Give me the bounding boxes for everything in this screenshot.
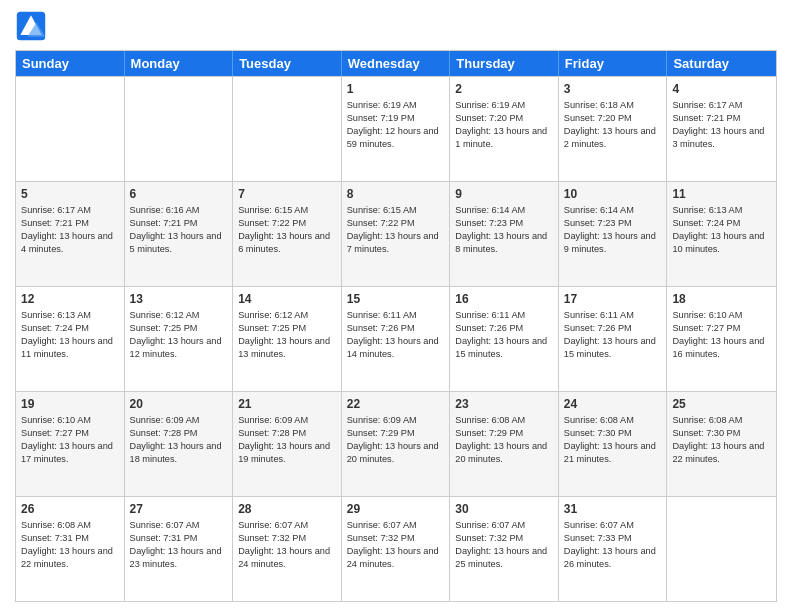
cell-info: Sunrise: 6:11 AMSunset: 7:26 PMDaylight:…	[347, 309, 445, 361]
cell-info: Sunrise: 6:15 AMSunset: 7:22 PMDaylight:…	[347, 204, 445, 256]
cal-cell-0-6: 4Sunrise: 6:17 AMSunset: 7:21 PMDaylight…	[667, 77, 776, 181]
cell-info: Sunrise: 6:14 AMSunset: 7:23 PMDaylight:…	[564, 204, 662, 256]
cal-cell-3-0: 19Sunrise: 6:10 AMSunset: 7:27 PMDayligh…	[16, 392, 125, 496]
cell-info: Sunrise: 6:16 AMSunset: 7:21 PMDaylight:…	[130, 204, 228, 256]
cell-info: Sunrise: 6:08 AMSunset: 7:31 PMDaylight:…	[21, 519, 119, 571]
day-number: 7	[238, 186, 336, 202]
logo-icon	[15, 10, 47, 42]
day-number: 25	[672, 396, 771, 412]
cell-info: Sunrise: 6:07 AMSunset: 7:33 PMDaylight:…	[564, 519, 662, 571]
day-number: 12	[21, 291, 119, 307]
cell-info: Sunrise: 6:12 AMSunset: 7:25 PMDaylight:…	[238, 309, 336, 361]
day-number: 15	[347, 291, 445, 307]
cell-info: Sunrise: 6:17 AMSunset: 7:21 PMDaylight:…	[21, 204, 119, 256]
cal-cell-0-4: 2Sunrise: 6:19 AMSunset: 7:20 PMDaylight…	[450, 77, 559, 181]
cal-cell-1-2: 7Sunrise: 6:15 AMSunset: 7:22 PMDaylight…	[233, 182, 342, 286]
cal-cell-3-1: 20Sunrise: 6:09 AMSunset: 7:28 PMDayligh…	[125, 392, 234, 496]
day-number: 22	[347, 396, 445, 412]
weekday-header-monday: Monday	[125, 51, 234, 76]
cal-cell-2-6: 18Sunrise: 6:10 AMSunset: 7:27 PMDayligh…	[667, 287, 776, 391]
cal-cell-2-4: 16Sunrise: 6:11 AMSunset: 7:26 PMDayligh…	[450, 287, 559, 391]
day-number: 17	[564, 291, 662, 307]
cell-info: Sunrise: 6:17 AMSunset: 7:21 PMDaylight:…	[672, 99, 771, 151]
cal-cell-0-0	[16, 77, 125, 181]
cell-info: Sunrise: 6:08 AMSunset: 7:29 PMDaylight:…	[455, 414, 553, 466]
cell-info: Sunrise: 6:13 AMSunset: 7:24 PMDaylight:…	[21, 309, 119, 361]
cell-info: Sunrise: 6:07 AMSunset: 7:31 PMDaylight:…	[130, 519, 228, 571]
cell-info: Sunrise: 6:10 AMSunset: 7:27 PMDaylight:…	[21, 414, 119, 466]
cell-info: Sunrise: 6:09 AMSunset: 7:29 PMDaylight:…	[347, 414, 445, 466]
cell-info: Sunrise: 6:12 AMSunset: 7:25 PMDaylight:…	[130, 309, 228, 361]
day-number: 9	[455, 186, 553, 202]
cell-info: Sunrise: 6:07 AMSunset: 7:32 PMDaylight:…	[347, 519, 445, 571]
day-number: 8	[347, 186, 445, 202]
day-number: 30	[455, 501, 553, 517]
day-number: 19	[21, 396, 119, 412]
day-number: 18	[672, 291, 771, 307]
cal-cell-3-3: 22Sunrise: 6:09 AMSunset: 7:29 PMDayligh…	[342, 392, 451, 496]
day-number: 5	[21, 186, 119, 202]
day-number: 13	[130, 291, 228, 307]
calendar: SundayMondayTuesdayWednesdayThursdayFrid…	[15, 50, 777, 602]
cal-cell-1-1: 6Sunrise: 6:16 AMSunset: 7:21 PMDaylight…	[125, 182, 234, 286]
day-number: 20	[130, 396, 228, 412]
calendar-row-1: 1Sunrise: 6:19 AMSunset: 7:19 PMDaylight…	[16, 76, 776, 181]
cal-cell-2-2: 14Sunrise: 6:12 AMSunset: 7:25 PMDayligh…	[233, 287, 342, 391]
cal-cell-1-6: 11Sunrise: 6:13 AMSunset: 7:24 PMDayligh…	[667, 182, 776, 286]
cal-cell-0-3: 1Sunrise: 6:19 AMSunset: 7:19 PMDaylight…	[342, 77, 451, 181]
cal-cell-1-3: 8Sunrise: 6:15 AMSunset: 7:22 PMDaylight…	[342, 182, 451, 286]
cal-cell-3-4: 23Sunrise: 6:08 AMSunset: 7:29 PMDayligh…	[450, 392, 559, 496]
day-number: 11	[672, 186, 771, 202]
weekday-header-wednesday: Wednesday	[342, 51, 451, 76]
cell-info: Sunrise: 6:19 AMSunset: 7:19 PMDaylight:…	[347, 99, 445, 151]
cal-cell-4-6	[667, 497, 776, 601]
weekday-header-sunday: Sunday	[16, 51, 125, 76]
cal-cell-1-4: 9Sunrise: 6:14 AMSunset: 7:23 PMDaylight…	[450, 182, 559, 286]
cell-info: Sunrise: 6:14 AMSunset: 7:23 PMDaylight:…	[455, 204, 553, 256]
cell-info: Sunrise: 6:15 AMSunset: 7:22 PMDaylight:…	[238, 204, 336, 256]
day-number: 6	[130, 186, 228, 202]
cal-cell-1-0: 5Sunrise: 6:17 AMSunset: 7:21 PMDaylight…	[16, 182, 125, 286]
calendar-row-2: 5Sunrise: 6:17 AMSunset: 7:21 PMDaylight…	[16, 181, 776, 286]
day-number: 26	[21, 501, 119, 517]
cell-info: Sunrise: 6:19 AMSunset: 7:20 PMDaylight:…	[455, 99, 553, 151]
weekday-header-tuesday: Tuesday	[233, 51, 342, 76]
cell-info: Sunrise: 6:13 AMSunset: 7:24 PMDaylight:…	[672, 204, 771, 256]
cell-info: Sunrise: 6:09 AMSunset: 7:28 PMDaylight:…	[130, 414, 228, 466]
cal-cell-2-1: 13Sunrise: 6:12 AMSunset: 7:25 PMDayligh…	[125, 287, 234, 391]
day-number: 4	[672, 81, 771, 97]
day-number: 27	[130, 501, 228, 517]
day-number: 29	[347, 501, 445, 517]
weekday-header-thursday: Thursday	[450, 51, 559, 76]
weekday-header-saturday: Saturday	[667, 51, 776, 76]
cal-cell-2-5: 17Sunrise: 6:11 AMSunset: 7:26 PMDayligh…	[559, 287, 668, 391]
cal-cell-0-5: 3Sunrise: 6:18 AMSunset: 7:20 PMDaylight…	[559, 77, 668, 181]
day-number: 21	[238, 396, 336, 412]
cell-info: Sunrise: 6:08 AMSunset: 7:30 PMDaylight:…	[564, 414, 662, 466]
day-number: 2	[455, 81, 553, 97]
weekday-header-friday: Friday	[559, 51, 668, 76]
cal-cell-4-0: 26Sunrise: 6:08 AMSunset: 7:31 PMDayligh…	[16, 497, 125, 601]
cal-cell-3-2: 21Sunrise: 6:09 AMSunset: 7:28 PMDayligh…	[233, 392, 342, 496]
calendar-row-3: 12Sunrise: 6:13 AMSunset: 7:24 PMDayligh…	[16, 286, 776, 391]
calendar-row-4: 19Sunrise: 6:10 AMSunset: 7:27 PMDayligh…	[16, 391, 776, 496]
day-number: 16	[455, 291, 553, 307]
cal-cell-3-5: 24Sunrise: 6:08 AMSunset: 7:30 PMDayligh…	[559, 392, 668, 496]
cal-cell-2-0: 12Sunrise: 6:13 AMSunset: 7:24 PMDayligh…	[16, 287, 125, 391]
calendar-header-row: SundayMondayTuesdayWednesdayThursdayFrid…	[16, 51, 776, 76]
cal-cell-0-2	[233, 77, 342, 181]
day-number: 31	[564, 501, 662, 517]
day-number: 10	[564, 186, 662, 202]
page: SundayMondayTuesdayWednesdayThursdayFrid…	[0, 0, 792, 612]
cell-info: Sunrise: 6:11 AMSunset: 7:26 PMDaylight:…	[564, 309, 662, 361]
cell-info: Sunrise: 6:09 AMSunset: 7:28 PMDaylight:…	[238, 414, 336, 466]
cal-cell-4-2: 28Sunrise: 6:07 AMSunset: 7:32 PMDayligh…	[233, 497, 342, 601]
day-number: 14	[238, 291, 336, 307]
cell-info: Sunrise: 6:18 AMSunset: 7:20 PMDaylight:…	[564, 99, 662, 151]
day-number: 28	[238, 501, 336, 517]
day-number: 23	[455, 396, 553, 412]
cal-cell-4-1: 27Sunrise: 6:07 AMSunset: 7:31 PMDayligh…	[125, 497, 234, 601]
cal-cell-2-3: 15Sunrise: 6:11 AMSunset: 7:26 PMDayligh…	[342, 287, 451, 391]
cal-cell-4-4: 30Sunrise: 6:07 AMSunset: 7:32 PMDayligh…	[450, 497, 559, 601]
header	[15, 10, 777, 42]
